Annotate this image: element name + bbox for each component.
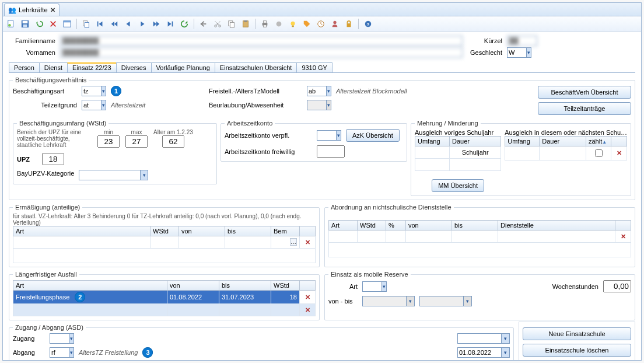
paste-icon[interactable] — [240, 18, 251, 30]
save-icon[interactable] — [19, 18, 31, 30]
next-page-icon[interactable] — [150, 18, 162, 30]
min-input[interactable] — [97, 135, 120, 148]
chevron-down-icon[interactable]: ▾ — [406, 296, 414, 306]
alter-input[interactable] — [162, 135, 184, 148]
tab-einsatz[interactable]: Einsatz 22/23 — [67, 62, 117, 72]
teilzeitantraege-button[interactable]: Teilzeitanträge — [538, 102, 631, 115]
beschaeftverh-uebersicht-button[interactable]: BeschäftVerh Übersicht — [538, 86, 631, 99]
document-tab[interactable]: 👥 Lehrkräfte ✕ — [4, 4, 60, 16]
zugang-value[interactable] — [50, 334, 69, 343]
undo-icon[interactable] — [33, 18, 45, 30]
zugang-combo[interactable]: ▾ — [50, 333, 74, 344]
lock-icon[interactable] — [343, 18, 355, 30]
mm-uebersicht-button[interactable]: MM Übersicht — [432, 179, 484, 192]
chevron-down-icon[interactable]: ▾ — [140, 170, 148, 180]
teilzeitgrund-combo[interactable]: ▾ — [82, 100, 106, 110]
beurlaubung-value[interactable] — [307, 100, 326, 110]
copy2-icon[interactable] — [226, 18, 237, 30]
tab-9310gy[interactable]: 9310 GY — [296, 62, 332, 72]
mobile-art-value[interactable] — [363, 282, 382, 291]
delete-row-icon[interactable]: ✕ — [300, 291, 316, 304]
chevron-down-icon[interactable]: ▾ — [326, 86, 331, 96]
print-icon[interactable] — [259, 18, 271, 30]
abgang-date-value[interactable] — [458, 348, 501, 357]
person-icon[interactable] — [329, 18, 341, 30]
chevron-down-icon[interactable]: ▾ — [463, 296, 471, 306]
abordnung-grid[interactable]: Art WStd % von bis Dienststelle ✕ — [328, 220, 631, 257]
bulb-icon[interactable] — [287, 18, 299, 30]
beschaeftigungsart-value[interactable] — [82, 86, 101, 96]
tab-einsatzschulen-uebersicht[interactable]: Einsatzschulen Übersicht — [215, 62, 298, 72]
familienname-input[interactable] — [60, 36, 463, 46]
chevron-down-icon[interactable]: ▾ — [69, 348, 74, 357]
chevron-down-icon[interactable]: ▾ — [69, 334, 74, 343]
zugang-date-value[interactable] — [458, 334, 501, 343]
chevron-down-icon[interactable]: ▾ — [501, 348, 509, 357]
abgang-date-combo[interactable]: ▾ — [457, 347, 510, 358]
list-icon[interactable] — [61, 18, 73, 30]
teilzeitgrund-value[interactable] — [82, 100, 101, 110]
chevron-down-icon[interactable]: ▾ — [101, 100, 106, 110]
abgang-value[interactable] — [50, 348, 69, 357]
tab-dienst[interactable]: Dienst — [39, 62, 68, 72]
prev-record-icon[interactable] — [123, 18, 134, 30]
bayupzv-combo[interactable]: ▾ — [79, 170, 148, 180]
einsatzschule-loeschen-button[interactable]: Einsatzschule löschen — [523, 344, 631, 357]
cut-icon[interactable] — [212, 18, 223, 30]
azk-verpfl-value[interactable] — [317, 131, 336, 140]
clock-icon[interactable] — [315, 18, 327, 30]
close-icon[interactable]: ✕ — [50, 6, 55, 14]
copy-icon[interactable] — [80, 18, 92, 30]
tag-icon[interactable] — [301, 18, 313, 30]
chevron-down-icon[interactable]: ▾ — [326, 100, 331, 110]
azk-freiw-input[interactable] — [317, 145, 345, 158]
last-record-icon[interactable] — [164, 18, 176, 30]
abgang-combo[interactable]: ▾ — [50, 347, 74, 358]
delete-icon[interactable] — [47, 18, 59, 30]
beschaeftigungsart-combo[interactable]: ▾ — [82, 86, 106, 96]
mobile-art-combo[interactable]: ▾ — [362, 281, 387, 292]
azk-uebersicht-button[interactable]: AzK Übersicht — [346, 129, 400, 142]
ellipsis-button[interactable]: … — [290, 238, 297, 246]
tab-diverses[interactable]: Diverses — [116, 62, 152, 72]
geschlecht-combo[interactable]: ▾ — [507, 47, 531, 58]
new-icon[interactable] — [5, 18, 17, 30]
freistell-combo[interactable]: ▾ — [307, 86, 331, 96]
bayupzv-value[interactable] — [79, 170, 140, 180]
vornamen-input[interactable] — [60, 47, 463, 58]
wochenstunden-input[interactable] — [603, 280, 631, 292]
mehrung-left-grid[interactable]: Umfang Dauer Schuljahr — [415, 136, 501, 171]
mobile-bis-combo[interactable]: ▾ — [419, 296, 472, 306]
mobile-bis-value[interactable] — [420, 296, 463, 306]
refresh-icon[interactable] — [178, 18, 190, 30]
ausfall-row-selected[interactable]: Freistellungsphase 2 01.08.2022 31.07.20… — [13, 291, 316, 304]
mobile-von-combo[interactable]: ▾ — [362, 296, 415, 306]
mehrung-right-grid[interactable]: Umfang Dauer zählt▲ ✕ — [505, 136, 627, 160]
delete-row-icon[interactable]: ✕ — [615, 231, 631, 243]
ausfall-grid[interactable]: Art von bis WStd Freistellungsphase 2 01… — [13, 280, 316, 316]
beurlaubung-combo[interactable]: ▾ — [307, 100, 331, 110]
dim-icon[interactable] — [273, 18, 285, 30]
delete-row-icon[interactable]: ✕ — [300, 304, 316, 316]
azk-verpfl-combo[interactable]: ▾ — [317, 130, 341, 141]
next-record-icon[interactable] — [136, 18, 148, 30]
chevron-down-icon[interactable]: ▾ — [501, 334, 509, 343]
ermaessigung-grid[interactable]: Art WStd von bis Bem … ✕ — [13, 226, 316, 263]
max-input[interactable] — [125, 135, 148, 148]
delete-row-icon[interactable]: ✕ — [300, 236, 316, 249]
freistell-value[interactable] — [307, 86, 326, 96]
chevron-down-icon[interactable]: ▾ — [101, 86, 106, 96]
upz-input[interactable] — [42, 153, 64, 165]
back-icon[interactable] — [198, 18, 209, 30]
delete-row-icon[interactable]: ✕ — [611, 146, 627, 160]
neue-einsatzschule-button[interactable]: Neue Einsatzschule — [523, 327, 631, 340]
kuerzel-input[interactable] — [507, 36, 537, 46]
tab-person[interactable]: Person — [9, 62, 40, 72]
tab-vorlaeufige-planung[interactable]: Vorläufige Planung — [151, 62, 215, 72]
first-record-icon[interactable] — [94, 18, 106, 30]
geschlecht-value[interactable] — [508, 48, 526, 57]
zaehlt-checkbox[interactable] — [595, 149, 603, 157]
chevron-down-icon[interactable]: ▾ — [336, 131, 341, 140]
zugang-date-combo[interactable]: ▾ — [457, 333, 510, 344]
help-icon[interactable]: ? — [362, 18, 374, 30]
